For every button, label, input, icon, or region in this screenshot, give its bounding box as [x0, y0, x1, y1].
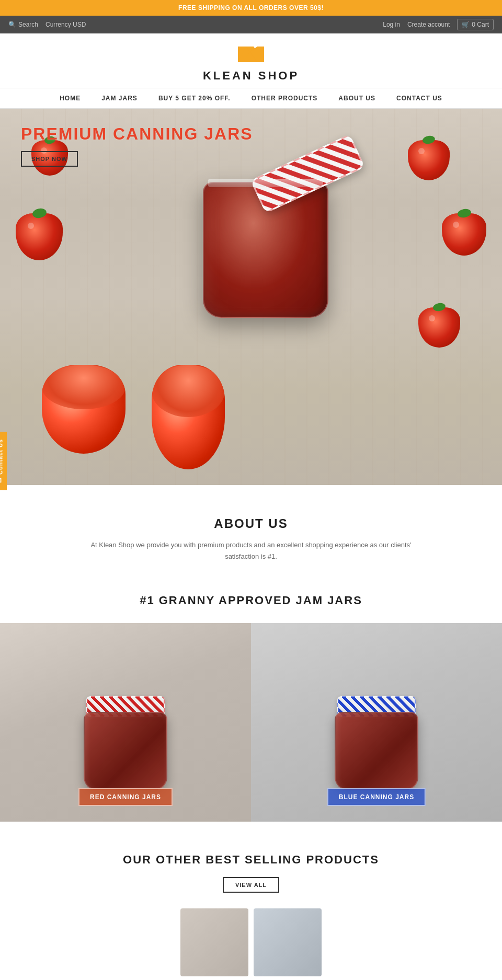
- product-card-red[interactable]: RED CANNING JARS: [0, 623, 251, 822]
- product-jar-blue: [335, 696, 418, 790]
- announcement-text: FREE SHIPPING ON ALL ORDERS OVER 50$!: [178, 4, 324, 11]
- contact-sidebar[interactable]: ✉ Contact Us: [0, 431, 7, 490]
- other-product-image-1: [180, 908, 248, 976]
- nav-jam-jars[interactable]: JAM JARS: [91, 88, 148, 108]
- other-product-thumb-2[interactable]: [254, 908, 322, 976]
- strawberry-decoration-4: [442, 213, 486, 260]
- view-all-button[interactable]: VIEW ALL: [223, 877, 279, 893]
- cart-icon: 🛒: [462, 21, 470, 28]
- nav-home[interactable]: HOME: [49, 88, 91, 108]
- nav-about-us[interactable]: ABOUT US: [328, 88, 386, 108]
- currency-label: Currency: [45, 21, 71, 28]
- featured-section: #1 GRANNY APPROVED JAM JARS RED CANNING …: [0, 583, 502, 822]
- hero-section: PREMIUM CANNING JARS SHOP NOW: [0, 109, 502, 485]
- nav-other-products[interactable]: OTHER PRODUCTS: [241, 88, 328, 108]
- about-section: ABOUT US At Klean Shop we provide you wi…: [68, 485, 434, 583]
- currency-value: USD: [73, 21, 86, 28]
- other-product-image-2: [254, 908, 322, 976]
- strawberry-decoration-2: [408, 140, 450, 185]
- other-products-section: OUR OTHER BEST SELLING PRODUCTS VIEW ALL: [0, 822, 502, 980]
- nav-contact-us[interactable]: CONTACT US: [386, 88, 453, 108]
- other-product-thumb-1[interactable]: [180, 908, 248, 976]
- contact-sidebar-label: Contact Us: [0, 439, 3, 474]
- utility-bar-left: 🔍 Search Currency USD: [8, 21, 86, 28]
- site-header: KLEAN SHOP: [0, 33, 502, 88]
- login-link[interactable]: Log in: [383, 21, 400, 28]
- product-jar-body-red: [84, 712, 167, 790]
- site-name[interactable]: KLEAN SHOP: [0, 69, 502, 83]
- hero-title: PREMIUM CANNING JARS: [21, 124, 253, 144]
- strawberry-decoration-3: [16, 213, 63, 266]
- product-label-blue: BLUE CANNING JARS: [327, 788, 426, 806]
- cart-button[interactable]: 🛒 0 Cart: [457, 19, 494, 30]
- strawberry-half-1: [42, 365, 126, 454]
- cart-label: 0 Cart: [472, 21, 489, 28]
- currency-selector[interactable]: Currency USD: [45, 21, 86, 28]
- logo-mark[interactable]: [235, 44, 267, 67]
- strawberry-decoration-5: [418, 307, 460, 352]
- other-products-row: [16, 908, 486, 976]
- product-jar-body-blue: [335, 712, 418, 790]
- utility-bar-right: Log in Create account 🛒 0 Cart: [383, 19, 494, 30]
- product-jar-red: [84, 696, 167, 790]
- product-grid: RED CANNING JARS BLUE CANNING JARS: [0, 623, 502, 822]
- hero-text-block: PREMIUM CANNING JARS SHOP NOW: [21, 124, 253, 167]
- strawberry-half-2: [152, 365, 225, 469]
- announcement-bar: FREE SHIPPING ON ALL ORDERS OVER 50$!: [0, 0, 502, 16]
- utility-bar: 🔍 Search Currency USD Log in Create acco…: [0, 16, 502, 33]
- hero-jar: [192, 151, 339, 318]
- search-label: Search: [18, 21, 38, 28]
- about-title: ABOUT US: [78, 516, 424, 531]
- other-products-title: OUR OTHER BEST SELLING PRODUCTS: [16, 853, 486, 867]
- product-card-blue[interactable]: BLUE CANNING JARS: [251, 623, 502, 822]
- create-account-link[interactable]: Create account: [407, 21, 450, 28]
- main-nav: HOME JAM JARS BUY 5 GET 20% OFF. OTHER P…: [0, 88, 502, 109]
- jar-rim: [208, 179, 323, 187]
- envelope-icon: ✉: [0, 478, 4, 483]
- nav-buy5[interactable]: BUY 5 GET 20% OFF.: [148, 88, 241, 108]
- search-button[interactable]: 🔍 Search: [8, 21, 38, 28]
- product-label-red: RED CANNING JARS: [78, 788, 173, 806]
- shop-now-button[interactable]: SHOP NOW: [21, 151, 78, 167]
- featured-title: #1 GRANNY APPROVED JAM JARS: [0, 594, 502, 607]
- about-description: At Klean Shop we provide you with premiu…: [78, 539, 424, 562]
- search-icon: 🔍: [8, 21, 16, 28]
